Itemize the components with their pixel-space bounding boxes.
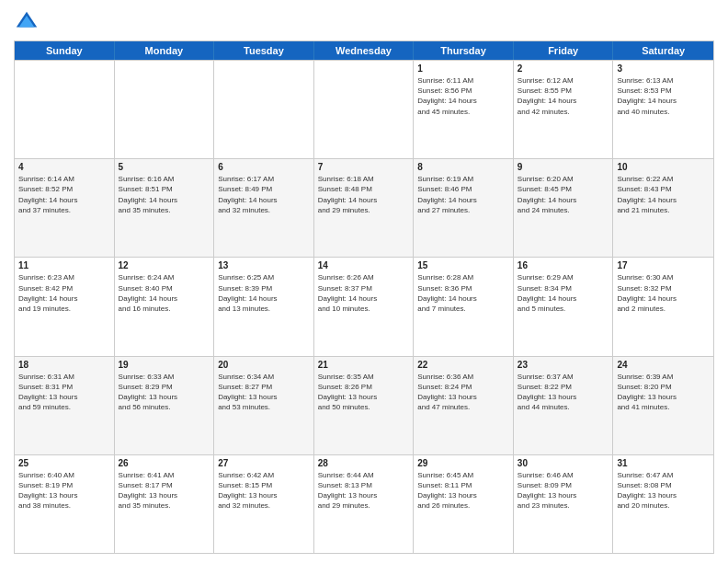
day-number: 14: [318, 260, 410, 270]
calendar-week: 11Sunrise: 6:23 AM Sunset: 8:42 PM Dayli…: [15, 257, 713, 355]
calendar-cell: 30Sunrise: 6:46 AM Sunset: 8:09 PM Dayli…: [514, 455, 614, 553]
calendar-cell: 19Sunrise: 6:33 AM Sunset: 8:29 PM Dayli…: [115, 357, 215, 454]
calendar-cell: 17Sunrise: 6:30 AM Sunset: 8:32 PM Dayli…: [613, 258, 713, 355]
calendar-cell: 7Sunrise: 6:18 AM Sunset: 8:48 PM Daylig…: [314, 159, 415, 257]
calendar-cell: 2Sunrise: 6:12 AM Sunset: 8:55 PM Daylig…: [514, 61, 614, 158]
day-info: Sunrise: 6:37 AM Sunset: 8:22 PM Dayligh…: [518, 372, 609, 413]
calendar-cell: 11Sunrise: 6:23 AM Sunset: 8:42 PM Dayli…: [15, 258, 115, 355]
day-number: 16: [518, 260, 609, 270]
day-info: Sunrise: 6:30 AM Sunset: 8:32 PM Dayligh…: [617, 272, 710, 314]
calendar-header: SundayMondayTuesdayWednesdayThursdayFrid…: [15, 41, 713, 60]
day-number: 12: [119, 260, 210, 270]
day-number: 3: [617, 63, 710, 74]
calendar-header-cell: Wednesday: [314, 41, 415, 60]
calendar-cell: [115, 61, 215, 158]
day-number: 11: [18, 260, 110, 270]
calendar-week: 18Sunrise: 6:31 AM Sunset: 8:31 PM Dayli…: [15, 356, 713, 454]
day-info: Sunrise: 6:22 AM Sunset: 8:43 PM Dayligh…: [617, 174, 710, 215]
day-number: 15: [417, 260, 509, 270]
calendar-header-cell: Monday: [115, 41, 215, 60]
day-number: 22: [417, 360, 509, 370]
day-number: 26: [119, 458, 210, 468]
calendar-cell: 18Sunrise: 6:31 AM Sunset: 8:31 PM Dayli…: [15, 357, 115, 454]
calendar-cell: 1Sunrise: 6:11 AM Sunset: 8:56 PM Daylig…: [414, 61, 514, 158]
calendar-cell: 3Sunrise: 6:13 AM Sunset: 8:53 PM Daylig…: [613, 61, 713, 158]
logo: [14, 9, 43, 35]
calendar-cell: 15Sunrise: 6:28 AM Sunset: 8:36 PM Dayli…: [414, 258, 514, 355]
day-info: Sunrise: 6:25 AM Sunset: 8:39 PM Dayligh…: [218, 272, 310, 314]
calendar-header-cell: Sunday: [15, 41, 115, 60]
day-number: 19: [119, 360, 210, 370]
page: SundayMondayTuesdayWednesdayThursdayFrid…: [0, 0, 728, 563]
day-info: Sunrise: 6:35 AM Sunset: 8:26 PM Dayligh…: [318, 372, 410, 413]
calendar-cell: 23Sunrise: 6:37 AM Sunset: 8:22 PM Dayli…: [514, 357, 614, 454]
day-info: Sunrise: 6:18 AM Sunset: 8:48 PM Dayligh…: [318, 174, 410, 215]
calendar-cell: 28Sunrise: 6:44 AM Sunset: 8:13 PM Dayli…: [314, 455, 415, 553]
page-header: [14, 9, 714, 35]
calendar-header-cell: Friday: [514, 41, 614, 60]
day-info: Sunrise: 6:45 AM Sunset: 8:11 PM Dayligh…: [417, 470, 509, 511]
day-info: Sunrise: 6:16 AM Sunset: 8:51 PM Dayligh…: [119, 174, 210, 215]
calendar-cell: 4Sunrise: 6:14 AM Sunset: 8:52 PM Daylig…: [15, 159, 115, 257]
day-number: 29: [417, 458, 509, 468]
day-info: Sunrise: 6:46 AM Sunset: 8:09 PM Dayligh…: [518, 470, 609, 511]
day-number: 4: [18, 162, 110, 172]
calendar-cell: 8Sunrise: 6:19 AM Sunset: 8:46 PM Daylig…: [414, 159, 514, 257]
day-number: 31: [617, 458, 710, 468]
day-number: 30: [518, 458, 609, 468]
calendar-cell: 12Sunrise: 6:24 AM Sunset: 8:40 PM Dayli…: [115, 258, 215, 355]
calendar-cell: 9Sunrise: 6:20 AM Sunset: 8:45 PM Daylig…: [514, 159, 614, 257]
day-info: Sunrise: 6:44 AM Sunset: 8:13 PM Dayligh…: [318, 470, 410, 511]
day-number: 1: [417, 63, 509, 74]
day-number: 13: [218, 260, 310, 270]
day-info: Sunrise: 6:23 AM Sunset: 8:42 PM Dayligh…: [18, 272, 110, 314]
day-info: Sunrise: 6:42 AM Sunset: 8:15 PM Dayligh…: [218, 470, 310, 511]
calendar-header-cell: Tuesday: [214, 41, 314, 60]
day-number: 6: [218, 162, 310, 172]
day-number: 27: [218, 458, 310, 468]
calendar-cell: 5Sunrise: 6:16 AM Sunset: 8:51 PM Daylig…: [115, 159, 215, 257]
calendar-body: 1Sunrise: 6:11 AM Sunset: 8:56 PM Daylig…: [15, 60, 713, 553]
calendar-cell: [15, 61, 115, 158]
calendar-week: 1Sunrise: 6:11 AM Sunset: 8:56 PM Daylig…: [15, 60, 713, 158]
day-info: Sunrise: 6:24 AM Sunset: 8:40 PM Dayligh…: [119, 272, 210, 314]
day-number: 24: [617, 360, 710, 370]
calendar-cell: 29Sunrise: 6:45 AM Sunset: 8:11 PM Dayli…: [414, 455, 514, 553]
day-info: Sunrise: 6:19 AM Sunset: 8:46 PM Dayligh…: [417, 174, 509, 215]
calendar-header-cell: Thursday: [414, 41, 514, 60]
calendar-cell: 27Sunrise: 6:42 AM Sunset: 8:15 PM Dayli…: [214, 455, 314, 553]
calendar-cell: 31Sunrise: 6:47 AM Sunset: 8:08 PM Dayli…: [613, 455, 713, 553]
day-number: 5: [119, 162, 210, 172]
day-number: 18: [18, 360, 110, 370]
day-number: 8: [417, 162, 509, 172]
day-number: 21: [318, 360, 410, 370]
day-info: Sunrise: 6:13 AM Sunset: 8:53 PM Dayligh…: [617, 75, 710, 117]
day-info: Sunrise: 6:20 AM Sunset: 8:45 PM Dayligh…: [518, 174, 609, 215]
day-number: 20: [218, 360, 310, 370]
calendar-header-cell: Saturday: [613, 41, 713, 60]
calendar-cell: 16Sunrise: 6:29 AM Sunset: 8:34 PM Dayli…: [514, 258, 614, 355]
day-number: 25: [18, 458, 110, 468]
day-info: Sunrise: 6:17 AM Sunset: 8:49 PM Dayligh…: [218, 174, 310, 215]
day-number: 17: [617, 260, 710, 270]
day-info: Sunrise: 6:14 AM Sunset: 8:52 PM Dayligh…: [18, 174, 110, 215]
day-info: Sunrise: 6:34 AM Sunset: 8:27 PM Dayligh…: [218, 372, 310, 413]
calendar-cell: [314, 61, 415, 158]
day-number: 23: [518, 360, 609, 370]
calendar-cell: 26Sunrise: 6:41 AM Sunset: 8:17 PM Dayli…: [115, 455, 215, 553]
calendar-week: 25Sunrise: 6:40 AM Sunset: 8:19 PM Dayli…: [15, 454, 713, 553]
calendar-cell: 14Sunrise: 6:26 AM Sunset: 8:37 PM Dayli…: [314, 258, 415, 355]
day-info: Sunrise: 6:39 AM Sunset: 8:20 PM Dayligh…: [617, 372, 710, 413]
day-info: Sunrise: 6:47 AM Sunset: 8:08 PM Dayligh…: [617, 470, 710, 511]
day-info: Sunrise: 6:26 AM Sunset: 8:37 PM Dayligh…: [318, 272, 410, 314]
calendar-cell: 22Sunrise: 6:36 AM Sunset: 8:24 PM Dayli…: [414, 357, 514, 454]
day-number: 9: [518, 162, 609, 172]
logo-icon: [14, 9, 40, 35]
calendar-week: 4Sunrise: 6:14 AM Sunset: 8:52 PM Daylig…: [15, 158, 713, 257]
day-number: 2: [518, 63, 609, 74]
day-number: 10: [617, 162, 710, 172]
day-info: Sunrise: 6:36 AM Sunset: 8:24 PM Dayligh…: [417, 372, 509, 413]
day-number: 7: [318, 162, 410, 172]
day-info: Sunrise: 6:33 AM Sunset: 8:29 PM Dayligh…: [119, 372, 210, 413]
day-info: Sunrise: 6:31 AM Sunset: 8:31 PM Dayligh…: [18, 372, 110, 413]
